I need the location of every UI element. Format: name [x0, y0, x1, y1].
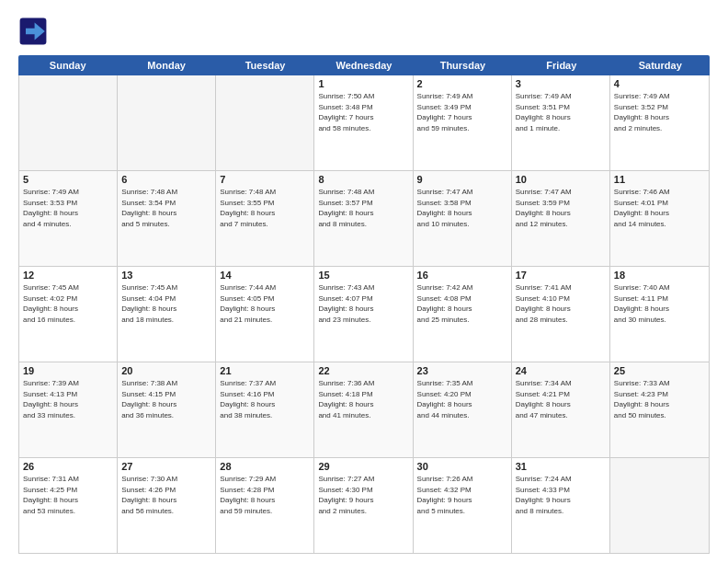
- calendar-cell: 30Sunrise: 7:26 AM Sunset: 4:32 PM Dayli…: [414, 458, 512, 553]
- calendar-cell: 20Sunrise: 7:38 AM Sunset: 4:15 PM Dayli…: [118, 362, 216, 457]
- day-number: 3: [516, 78, 606, 89]
- calendar-cell: 10Sunrise: 7:47 AM Sunset: 3:59 PM Dayli…: [512, 171, 610, 266]
- cell-info: Sunrise: 7:38 AM Sunset: 4:15 PM Dayligh…: [121, 378, 211, 420]
- cell-info: Sunrise: 7:45 AM Sunset: 4:04 PM Dayligh…: [121, 282, 211, 325]
- calendar-cell: 21Sunrise: 7:37 AM Sunset: 4:16 PM Dayli…: [216, 362, 314, 457]
- calendar-row: 19Sunrise: 7:39 AM Sunset: 4:13 PM Dayli…: [19, 362, 709, 458]
- day-number: 19: [23, 365, 113, 376]
- cell-info: Sunrise: 7:46 AM Sunset: 4:01 PM Dayligh…: [614, 187, 705, 229]
- day-number: 25: [614, 365, 705, 376]
- calendar-cell: 26Sunrise: 7:31 AM Sunset: 4:25 PM Dayli…: [19, 458, 118, 553]
- calendar-cell: 28Sunrise: 7:29 AM Sunset: 4:28 PM Dayli…: [216, 458, 314, 553]
- day-number: 11: [614, 174, 705, 185]
- cell-info: Sunrise: 7:35 AM Sunset: 4:20 PM Dayligh…: [417, 378, 507, 420]
- calendar-cell: 1Sunrise: 7:50 AM Sunset: 3:48 PM Daylig…: [314, 75, 413, 170]
- day-number: 16: [417, 270, 507, 281]
- calendar-cell: 27Sunrise: 7:30 AM Sunset: 4:26 PM Dayli…: [118, 458, 216, 553]
- calendar-cell: 22Sunrise: 7:36 AM Sunset: 4:18 PM Dayli…: [314, 362, 413, 457]
- cell-info: Sunrise: 7:41 AM Sunset: 4:10 PM Dayligh…: [516, 282, 606, 325]
- cell-info: Sunrise: 7:48 AM Sunset: 3:55 PM Dayligh…: [220, 187, 310, 229]
- day-number: 13: [121, 270, 211, 281]
- cell-info: Sunrise: 7:40 AM Sunset: 4:11 PM Dayligh…: [614, 282, 705, 325]
- header-day-saturday: Saturday: [611, 55, 710, 75]
- calendar-cell: 23Sunrise: 7:35 AM Sunset: 4:20 PM Dayli…: [414, 362, 512, 457]
- calendar-body: 1Sunrise: 7:50 AM Sunset: 3:48 PM Daylig…: [18, 75, 710, 554]
- calendar-cell: [118, 75, 216, 170]
- cell-info: Sunrise: 7:26 AM Sunset: 4:32 PM Dayligh…: [417, 474, 507, 516]
- calendar-cell: 13Sunrise: 7:45 AM Sunset: 4:04 PM Dayli…: [118, 267, 216, 362]
- cell-info: Sunrise: 7:48 AM Sunset: 3:54 PM Dayligh…: [121, 187, 211, 229]
- cell-info: Sunrise: 7:33 AM Sunset: 4:23 PM Dayligh…: [614, 378, 705, 420]
- logo-icon: [18, 17, 48, 46]
- calendar-cell: 6Sunrise: 7:48 AM Sunset: 3:54 PM Daylig…: [118, 171, 216, 266]
- cell-info: Sunrise: 7:34 AM Sunset: 4:21 PM Dayligh…: [516, 378, 606, 420]
- calendar-cell: 29Sunrise: 7:27 AM Sunset: 4:30 PM Dayli…: [314, 458, 413, 553]
- calendar-row: 12Sunrise: 7:45 AM Sunset: 4:02 PM Dayli…: [19, 267, 709, 362]
- calendar-cell: 5Sunrise: 7:49 AM Sunset: 3:53 PM Daylig…: [19, 171, 118, 266]
- cell-info: Sunrise: 7:27 AM Sunset: 4:30 PM Dayligh…: [318, 474, 408, 516]
- calendar-cell: 8Sunrise: 7:48 AM Sunset: 3:57 PM Daylig…: [314, 171, 413, 266]
- calendar-cell: 15Sunrise: 7:43 AM Sunset: 4:07 PM Dayli…: [314, 267, 413, 362]
- cell-info: Sunrise: 7:39 AM Sunset: 4:13 PM Dayligh…: [23, 378, 113, 420]
- calendar-row: 26Sunrise: 7:31 AM Sunset: 4:25 PM Dayli…: [19, 458, 709, 553]
- cell-info: Sunrise: 7:45 AM Sunset: 4:02 PM Dayligh…: [23, 282, 113, 325]
- cell-info: Sunrise: 7:43 AM Sunset: 4:07 PM Dayligh…: [318, 282, 408, 325]
- cell-info: Sunrise: 7:44 AM Sunset: 4:05 PM Dayligh…: [220, 282, 310, 325]
- cell-info: Sunrise: 7:49 AM Sunset: 3:51 PM Dayligh…: [516, 91, 606, 133]
- day-number: 6: [121, 174, 211, 185]
- cell-info: Sunrise: 7:30 AM Sunset: 4:26 PM Dayligh…: [121, 474, 211, 516]
- day-number: 28: [220, 461, 310, 472]
- day-number: 2: [417, 78, 507, 89]
- calendar-cell: 2Sunrise: 7:49 AM Sunset: 3:49 PM Daylig…: [414, 75, 512, 170]
- day-number: 27: [121, 461, 211, 472]
- day-number: 20: [121, 365, 211, 376]
- cell-info: Sunrise: 7:49 AM Sunset: 3:53 PM Dayligh…: [23, 187, 113, 229]
- day-number: 9: [417, 174, 507, 185]
- day-number: 4: [614, 78, 705, 89]
- header-day-sunday: Sunday: [18, 55, 117, 75]
- calendar-cell: 4Sunrise: 7:49 AM Sunset: 3:52 PM Daylig…: [610, 75, 709, 170]
- day-number: 14: [220, 270, 310, 281]
- calendar-cell: 12Sunrise: 7:45 AM Sunset: 4:02 PM Dayli…: [19, 267, 118, 362]
- cell-info: Sunrise: 7:50 AM Sunset: 3:48 PM Dayligh…: [318, 91, 408, 133]
- calendar-cell: 7Sunrise: 7:48 AM Sunset: 3:55 PM Daylig…: [216, 171, 314, 266]
- header-day-friday: Friday: [512, 55, 610, 75]
- day-number: 31: [516, 461, 606, 472]
- calendar-cell: 19Sunrise: 7:39 AM Sunset: 4:13 PM Dayli…: [19, 362, 118, 457]
- day-number: 1: [318, 78, 408, 89]
- cell-info: Sunrise: 7:47 AM Sunset: 3:58 PM Dayligh…: [417, 187, 507, 229]
- calendar-cell: [216, 75, 314, 170]
- calendar-cell: 9Sunrise: 7:47 AM Sunset: 3:58 PM Daylig…: [414, 171, 512, 266]
- day-number: 17: [516, 270, 606, 281]
- logo: [18, 17, 51, 46]
- cell-info: Sunrise: 7:48 AM Sunset: 3:57 PM Dayligh…: [318, 187, 408, 229]
- cell-info: Sunrise: 7:49 AM Sunset: 3:52 PM Dayligh…: [614, 91, 705, 133]
- calendar-cell: 3Sunrise: 7:49 AM Sunset: 3:51 PM Daylig…: [512, 75, 610, 170]
- cell-info: Sunrise: 7:29 AM Sunset: 4:28 PM Dayligh…: [220, 474, 310, 516]
- day-number: 26: [23, 461, 113, 472]
- header-day-wednesday: Wednesday: [314, 55, 413, 75]
- header: [18, 17, 710, 46]
- calendar-cell: 18Sunrise: 7:40 AM Sunset: 4:11 PM Dayli…: [610, 267, 709, 362]
- day-number: 7: [220, 174, 310, 185]
- calendar-cell: 25Sunrise: 7:33 AM Sunset: 4:23 PM Dayli…: [610, 362, 709, 457]
- cell-info: Sunrise: 7:31 AM Sunset: 4:25 PM Dayligh…: [23, 474, 113, 516]
- header-day-monday: Monday: [117, 55, 215, 75]
- day-number: 22: [318, 365, 408, 376]
- cell-info: Sunrise: 7:42 AM Sunset: 4:08 PM Dayligh…: [417, 282, 507, 325]
- calendar-cell: 11Sunrise: 7:46 AM Sunset: 4:01 PM Dayli…: [610, 171, 709, 266]
- day-number: 21: [220, 365, 310, 376]
- header-day-thursday: Thursday: [414, 55, 512, 75]
- calendar-cell: 16Sunrise: 7:42 AM Sunset: 4:08 PM Dayli…: [414, 267, 512, 362]
- day-number: 23: [417, 365, 507, 376]
- calendar: SundayMondayTuesdayWednesdayThursdayFrid…: [18, 55, 710, 554]
- calendar-cell: [19, 75, 118, 170]
- day-number: 5: [23, 174, 113, 185]
- calendar-cell: [610, 458, 709, 553]
- calendar-cell: 31Sunrise: 7:24 AM Sunset: 4:33 PM Dayli…: [512, 458, 610, 553]
- calendar-cell: 24Sunrise: 7:34 AM Sunset: 4:21 PM Dayli…: [512, 362, 610, 457]
- day-number: 29: [318, 461, 408, 472]
- day-number: 12: [23, 270, 113, 281]
- calendar-cell: 17Sunrise: 7:41 AM Sunset: 4:10 PM Dayli…: [512, 267, 610, 362]
- day-number: 30: [417, 461, 507, 472]
